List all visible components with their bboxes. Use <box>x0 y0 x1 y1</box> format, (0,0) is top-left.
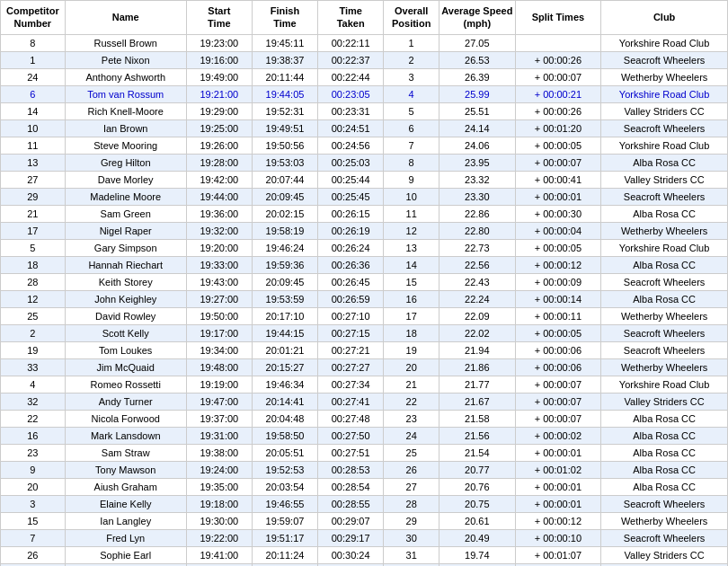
table-row: 10Ian Brown19:25:0019:49:5100:24:51624.1… <box>1 119 728 137</box>
table-row: 13Greg Hilton19:28:0019:53:0300:25:03823… <box>1 154 728 171</box>
table-row: 16Mark Lansdown19:31:0019:58:5000:27:502… <box>1 427 728 444</box>
table-row: 2Scott Kelly19:17:0019:44:1500:27:151822… <box>1 324 728 341</box>
header-name: Name <box>65 1 186 35</box>
header-start-time: StartTime <box>186 1 252 35</box>
header-split-times: Split Times <box>515 1 601 35</box>
header-club: Club <box>601 1 728 35</box>
table-row: 4Romeo Rossetti19:19:0019:46:3400:27:342… <box>1 376 728 393</box>
header-average-speed: Average Speed(mph) <box>439 1 515 35</box>
table-row: 24Anthony Ashworth19:49:0020:11:4400:22:… <box>1 68 728 85</box>
table-row: 6Tom van Rossum19:21:0019:44:0500:23:054… <box>1 85 728 102</box>
table-row: 17Nigel Raper19:32:0019:58:1900:26:19122… <box>1 222 728 239</box>
table-row: 7Fred Lyn19:22:0019:51:1700:29:173020.49… <box>1 529 728 546</box>
table-row: 9Tony Mawson19:24:0019:52:5300:28:532620… <box>1 461 728 478</box>
table-row: 22Nicola Forwood19:37:0020:04:4800:27:48… <box>1 410 728 427</box>
header-row: CompetitorNumber Name StartTime FinishTi… <box>1 1 728 35</box>
table-row: 1Pete Nixon19:16:0019:38:3700:22:37226.5… <box>1 51 728 68</box>
table-row: 18Hannah Riechart19:33:0019:59:3600:26:3… <box>1 256 728 273</box>
results-table: CompetitorNumber Name StartTime FinishTi… <box>0 0 728 566</box>
table-row: 33Jim McQuaid19:48:0020:15:2700:27:27202… <box>1 358 728 376</box>
table-row: 19Tom Loukes19:34:0020:01:2100:27:211921… <box>1 341 728 358</box>
table-row: 26Sophie Earl19:41:0020:11:2400:30:24311… <box>1 546 728 563</box>
table-row: 20Aiush Graham19:35:0020:03:5400:28:5427… <box>1 478 728 495</box>
table-row: 25David Rowley19:50:0020:17:1000:27:1017… <box>1 307 728 324</box>
table-row: 11Steve Mooring19:26:0019:50:5600:24:567… <box>1 137 728 154</box>
table-row: 28Keith Storey19:43:0020:09:4500:26:4515… <box>1 273 728 290</box>
header-overall-position: OverallPosition <box>384 1 439 35</box>
table-row: 14Rich Knell-Moore19:29:0019:52:3100:23:… <box>1 102 728 119</box>
table-row: 32Andy Turner19:47:0020:14:4100:27:41222… <box>1 393 728 410</box>
table-row: 23Sam Straw19:38:0020:05:5100:27:512521.… <box>1 444 728 461</box>
header-finish-time: FinishTime <box>252 1 317 35</box>
table-row: 15Ian Langley19:30:0019:59:0700:29:07292… <box>1 512 728 529</box>
table-row: 3Elaine Kelly19:18:0019:46:5500:28:55282… <box>1 495 728 512</box>
header-competitor-number: CompetitorNumber <box>1 1 66 35</box>
table-row: 27Dave Morley19:42:0020:07:4400:25:44923… <box>1 171 728 188</box>
table-row: 29Madeline Moore19:44:0020:09:4500:25:45… <box>1 188 728 205</box>
table-row: 5Gary Simpson19:20:0019:46:2400:26:24132… <box>1 239 728 256</box>
header-time-taken: TimeTaken <box>318 1 384 35</box>
table-row: 12John Keighley19:27:0019:53:5900:26:591… <box>1 290 728 307</box>
table-row: 8Russell Brown19:23:0019:45:1100:22:1112… <box>1 34 728 51</box>
table-row: 21Sam Green19:36:0020:02:1500:26:151122.… <box>1 205 728 222</box>
